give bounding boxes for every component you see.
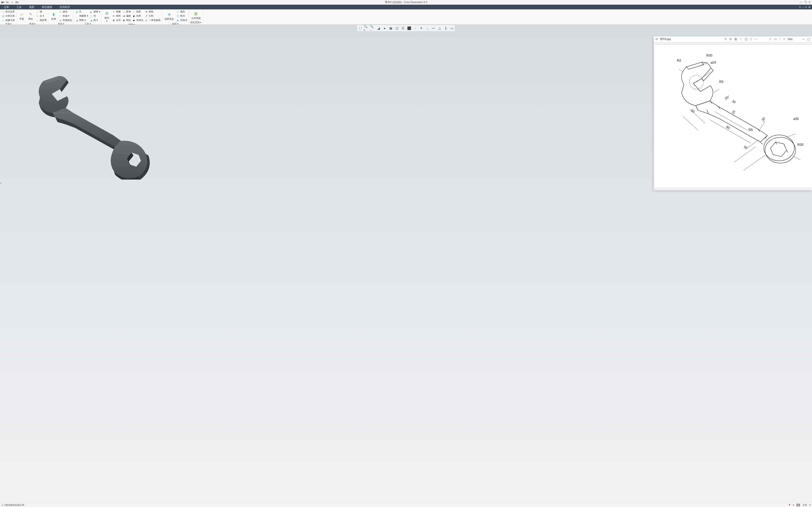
qat-more-icon[interactable]: ⊞▾	[15, 0, 19, 4]
tab-applications[interactable]: 应用程序	[56, 5, 74, 9]
iv-fit-icon[interactable]: ▭	[774, 37, 777, 41]
stop-icon[interactable]: ▭	[449, 25, 455, 31]
fill-button[interactable]: ▭填充	[176, 10, 187, 14]
iv-zoom-in-icon[interactable]: +	[783, 37, 785, 41]
dim-r30-bottom: R30	[798, 143, 804, 147]
iv-edit-icon[interactable]: ✎	[724, 37, 727, 41]
repaint-icon[interactable]: ◢	[376, 25, 381, 31]
zoom-out-icon[interactable]: 🔍−	[369, 25, 375, 31]
status-select-icon[interactable]: ▾	[793, 504, 794, 506]
boundary-blend-button[interactable]: ◈边界混合	[163, 10, 175, 22]
draft-button[interactable]: ◣拔模 ▾	[90, 10, 100, 14]
split-body-button[interactable]: ▥分割主体	[1, 14, 15, 18]
spin-center-icon[interactable]: △	[437, 25, 443, 31]
rib-button[interactable]: ◢筋 ▾	[90, 18, 100, 22]
settings-icon[interactable]: ⚙	[808, 6, 811, 9]
solidify-button[interactable]: ■实体化	[132, 18, 143, 22]
extrude-button[interactable]: ▮拉伸	[50, 10, 57, 22]
extend-button[interactable]: →延伸	[122, 10, 131, 14]
iv-refresh-icon[interactable]: ⟳	[656, 37, 658, 41]
iv-favorite-icon[interactable]: ♡	[740, 37, 743, 41]
dim-d24: ⌀24	[711, 61, 716, 64]
point-button[interactable]: ✦点 ▾	[36, 14, 47, 18]
iv-rotate-icon[interactable]: ↻	[729, 37, 732, 41]
tab-view[interactable]: 视图	[26, 5, 38, 9]
group-intent-label: 模型意图 ▾	[190, 21, 202, 24]
status-geom-label[interactable]: 几何	[802, 504, 807, 507]
solid-display-icon[interactable]: ⬛	[406, 25, 412, 31]
style-button[interactable]: ◫样式	[176, 14, 187, 18]
tab-flexible[interactable]: 柔性建模	[38, 5, 56, 9]
display-style-icon[interactable]: ▣	[388, 25, 394, 31]
qat-new-icon[interactable]: ▣▾	[1, 0, 5, 4]
round-button[interactable]: ◟倒圆角 ▾	[75, 14, 88, 18]
dim-r30-top: R30	[706, 54, 712, 57]
component-interface-button[interactable]: ▦元件界面	[190, 10, 202, 21]
merge-button[interactable]: ⊕合并	[112, 18, 121, 22]
qat-open-icon[interactable]: ⧉▾	[6, 0, 9, 4]
remove-button[interactable]: ✕移除	[145, 10, 160, 14]
minimize-button[interactable]: —	[800, 1, 802, 4]
chamfer-button[interactable]: ◢倒角 ▾	[75, 18, 88, 22]
dropdown-icon[interactable]: ▾	[805, 6, 807, 9]
csys-display-icon[interactable]: ⟂	[424, 25, 430, 31]
start-hint-icon: ▹	[0, 182, 2, 184]
bool-button[interactable]: ◯布尔运算	[1, 10, 15, 14]
status-filter-icon[interactable]: ⚙	[797, 504, 800, 506]
point-display-icon[interactable]: ✦	[418, 25, 424, 31]
mirror-button[interactable]: ⟮镜像	[112, 10, 121, 14]
pattern-button[interactable]: ⊞阵列 ▾	[103, 10, 111, 23]
status-flag-icon[interactable]: ⚑	[789, 504, 791, 506]
tab-annotate[interactable]: 注释	[0, 5, 13, 9]
restore-button[interactable]: ❐	[804, 1, 807, 4]
intersect-button[interactable]: ⊗相交	[122, 18, 131, 22]
csys-button[interactable]: ⟂坐标系	[36, 18, 47, 22]
close-button[interactable]: ✕	[808, 1, 811, 4]
view-toolbar: ⬚ 🔍+ 🔍− ◢ ● ▣ ◳ ☰ ⬛ ⟋ ✦ ⟂ ⇨ △ ∥ ▭	[357, 25, 455, 32]
iv-fullscreen-icon[interactable]: ⤢	[769, 37, 772, 41]
split-button[interactable]: ╱分割	[145, 14, 160, 18]
plane-button[interactable]: ▱平面	[18, 10, 26, 22]
search-icon[interactable]: ⌕	[802, 6, 804, 9]
refit-icon[interactable]: ⬚	[357, 25, 363, 31]
trim-button[interactable]: ✂修剪	[112, 14, 121, 18]
pause-icon[interactable]: ∥	[443, 25, 449, 31]
axis-display-icon[interactable]: ⟋	[412, 25, 418, 31]
axis-button[interactable]: ╱轴	[36, 10, 47, 14]
wrench-3d-model	[14, 62, 160, 180]
unify-button[interactable]: ∪一体化曲面	[145, 18, 160, 22]
iv-zoom-level: 74%	[787, 38, 793, 41]
group-engineering: ◉孔 ◟倒圆角 ▾ ◢倒角 ▾ ◣拔模 ▾ ▯壳 ◢筋 ▾ 工程 ▾	[74, 9, 102, 24]
revolve-button[interactable]: ⟳旋转	[59, 10, 72, 14]
shade-icon[interactable]: ●	[382, 25, 388, 31]
iv-body[interactable]: R30 R2 ⌀24 R5 25° 30 50 15 80 R5 50 ⌀30 …	[654, 42, 812, 190]
offset-button[interactable]: ⇉偏移	[122, 14, 131, 18]
iv-maximize-icon[interactable]: ▢	[807, 37, 810, 41]
group-intent: ▦元件界面 模型意图 ▾	[189, 9, 203, 24]
zoom-in-icon[interactable]: 🔍+	[363, 25, 369, 31]
project-button[interactable]: ↓投影	[132, 10, 143, 14]
hole-button[interactable]: ◉孔	[75, 10, 88, 14]
thicken-button[interactable]: ▮加厚	[132, 14, 143, 18]
sweep-button[interactable]: 〰扫描 ▾	[59, 14, 72, 18]
new-body-button[interactable]: ▭新建主体	[1, 18, 15, 22]
iv-info-icon[interactable]: ⓘ	[745, 37, 748, 41]
group-body: ◯布尔运算 ▥分割主体 ▭新建主体 主体 ▾	[0, 9, 16, 24]
swept-blend-button[interactable]: ◈扫描混合	[59, 18, 72, 22]
collapse-ribbon-icon[interactable]: ᐱ	[799, 6, 801, 9]
layers-icon[interactable]: ☰	[400, 25, 406, 31]
iv-zoom-out-icon[interactable]: −	[779, 37, 781, 41]
iv-delete-icon[interactable]: 🗑	[734, 37, 737, 41]
annotation-display-icon[interactable]: ⇨	[431, 25, 436, 31]
status-dropdown-icon[interactable]: ▾	[809, 504, 811, 506]
freestyle-button[interactable]: ◉自由式	[176, 18, 187, 22]
iv-share-icon[interactable]: ⤴	[750, 37, 752, 41]
shell-button[interactable]: ▯壳	[90, 14, 100, 18]
tab-tools[interactable]: 工具	[13, 5, 26, 9]
qat-save-icon[interactable]: ≡	[10, 0, 14, 4]
dim-r5-top: R5	[719, 80, 723, 83]
saved-views-icon[interactable]: ◳	[394, 25, 400, 31]
sketch-button[interactable]: ✎草绘	[27, 10, 34, 22]
iv-minimize-icon[interactable]: —	[802, 37, 805, 41]
iv-more-icon[interactable]: ⋯	[754, 37, 757, 41]
